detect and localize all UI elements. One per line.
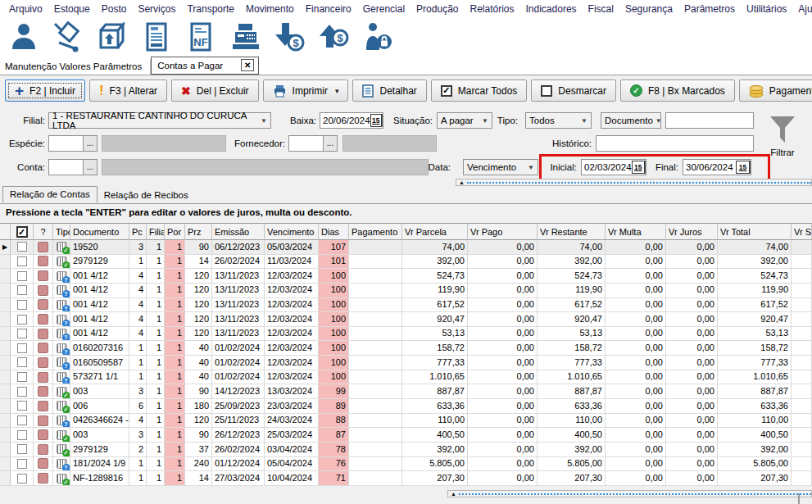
row-select-cell[interactable] <box>11 384 34 399</box>
marcar-todos-button[interactable]: ✓ Marcar Todos <box>431 79 527 102</box>
table-row[interactable]: ? 001 4/12 4 1 1 120 13/11/2023 12/03/20… <box>0 298 812 313</box>
header-prz[interactable]: Prz <box>185 224 212 240</box>
horizontal-splitter-bottom[interactable]: ▲ <box>447 490 812 497</box>
imprimir-button[interactable]: Imprimir ▾ <box>263 79 349 102</box>
table-row[interactable]: ✓ 003 3 1 1 90 26/12/2023 25/03/2024 87 … <box>0 428 812 443</box>
row-select-cell[interactable] <box>11 269 34 284</box>
user-lock-icon[interactable] <box>361 20 395 53</box>
row-checkbox[interactable] <box>17 415 27 425</box>
row-checkbox[interactable] <box>17 357 27 367</box>
table-row[interactable]: ▶ ✓ 19520 3 1 1 90 06/12/2023 05/03/2024… <box>0 240 812 255</box>
row-select-cell[interactable] <box>11 356 34 370</box>
package-icon[interactable] <box>95 20 129 53</box>
close-tab-icon[interactable]: ✕ <box>241 59 254 71</box>
row-checkbox[interactable] <box>17 242 27 252</box>
menu-item[interactable]: Parâmetros <box>678 2 741 16</box>
menu-item[interactable]: Arquivo <box>3 2 48 16</box>
alterar-button[interactable]: ! F3 | Alterar <box>89 79 167 102</box>
historico-input[interactable] <box>596 135 754 152</box>
tipo-select[interactable]: Todos▼ <box>525 112 592 129</box>
row-select-cell[interactable] <box>11 312 34 327</box>
baixa-date-field[interactable]: 20/06/202415 <box>320 112 383 129</box>
header-vr-multa[interactable]: Vr Multa <box>606 224 666 240</box>
header-select-all[interactable]: ✓ <box>11 224 34 240</box>
header-vr-juros[interactable]: Vr Juros <box>666 224 718 240</box>
row-checkbox[interactable] <box>17 372 27 382</box>
row-select-cell[interactable] <box>11 399 34 414</box>
header-status[interactable]: ? <box>34 224 53 240</box>
incluir-button[interactable]: + F2 | Incluir <box>5 79 85 102</box>
row-checkbox[interactable] <box>17 300 27 310</box>
table-row[interactable]: ? 0160207316 1 1 1 40 01/02/2024 12/03/2… <box>0 341 812 356</box>
header-vencimento[interactable]: Vencimento <box>265 224 319 240</box>
table-row[interactable]: ? 0160509587 1 1 1 40 01/02/2024 12/03/2… <box>0 356 812 370</box>
ellipsis-button[interactable]: ... <box>84 159 98 175</box>
tab-relacao-de-contas[interactable]: Relação de Contas <box>2 186 98 203</box>
header-emissao[interactable]: Emissão <box>212 224 265 240</box>
cash-register-icon[interactable] <box>228 20 262 53</box>
menu-item[interactable]: Ajuda <box>792 2 812 16</box>
menu-item[interactable]: Estoque <box>48 2 96 16</box>
invoice-icon[interactable] <box>139 20 174 53</box>
tab-contas-a-pagar[interactable]: Contas a Pagar ✕ <box>151 57 259 75</box>
menu-item[interactable]: Serviços <box>132 2 181 16</box>
table-row[interactable]: ? 001 4/12 4 1 1 120 13/11/2023 12/03/20… <box>0 312 812 327</box>
menu-item[interactable]: Financeiro <box>300 2 357 16</box>
row-checkbox[interactable] <box>17 271 27 281</box>
tab-manutencao-valores[interactable]: Manutenção Valores Parâmetros <box>0 59 151 75</box>
payable-down-dollar-icon[interactable]: $ <box>272 20 306 53</box>
row-select-cell[interactable] <box>11 298 34 313</box>
row-checkbox[interactable] <box>17 285 27 295</box>
detalhar-button[interactable]: Detalhar <box>352 79 426 102</box>
row-select-cell[interactable] <box>11 428 34 443</box>
row-select-cell[interactable] <box>11 327 34 342</box>
calendar-icon[interactable]: 15 <box>632 161 645 174</box>
menu-item[interactable]: Produção <box>411 2 464 16</box>
row-checkbox[interactable] <box>17 257 27 266</box>
situacao-select[interactable]: A pagar▼ <box>437 112 492 129</box>
header-por[interactable]: Por <box>165 224 185 240</box>
menu-item[interactable]: Utilitários <box>741 2 792 16</box>
row-select-cell[interactable] <box>11 370 34 385</box>
header-tipo[interactable]: Tipo <box>53 224 70 240</box>
table-row[interactable]: ? 001 4/12 4 1 1 120 13/11/2023 12/03/20… <box>0 269 812 284</box>
row-checkbox[interactable] <box>17 315 27 325</box>
table-row[interactable]: ✓ 2979129 2 1 1 37 26/02/2024 03/04/2024… <box>0 443 812 457</box>
menu-item[interactable]: Segurança <box>619 2 678 16</box>
final-date-field[interactable]: 30/06/202415 <box>683 159 751 175</box>
data-tipo-select[interactable]: Vencimento▼ <box>463 159 538 175</box>
conta-input[interactable] <box>48 159 84 175</box>
tab-relacao-de-recibos[interactable]: Relação de Recibos <box>98 188 195 203</box>
pagamentos-button[interactable]: Pagamentos <box>739 79 812 102</box>
header-vr-se[interactable]: Vr Se <box>792 224 812 240</box>
especie-input[interactable] <box>48 135 84 152</box>
row-select-cell[interactable] <box>11 284 34 298</box>
documento-search-input[interactable] <box>665 112 754 129</box>
select-all-checkbox-icon[interactable]: ✓ <box>16 226 28 238</box>
row-checkbox[interactable] <box>17 387 27 397</box>
menu-item[interactable]: Transporte <box>181 2 240 16</box>
header-pagamento[interactable]: Pagamento <box>349 224 402 240</box>
table-row[interactable]: ✓ NF-1289816 1 1 1 14 27/03/2024 10/04/2… <box>0 471 812 486</box>
header-vr-total[interactable]: Vr Total <box>718 224 792 240</box>
header-vr-pago[interactable]: Vr Pago <box>468 224 538 240</box>
excluir-button[interactable]: ✖ Del | Excluir <box>171 79 259 102</box>
menu-item[interactable]: Indicadores <box>520 2 583 16</box>
row-checkbox[interactable] <box>17 329 27 338</box>
table-row[interactable]: ✓ 006 6 1 1 180 25/09/2023 23/03/2024 89… <box>0 399 812 414</box>
table-row[interactable]: ? 181/2024 1/9 1 1 1 240 01/12/2024 05/0… <box>0 457 812 472</box>
nf-document-icon[interactable]: NF <box>184 20 218 53</box>
table-row[interactable]: ? 001 4/12 4 1 1 120 13/11/2023 12/03/20… <box>0 327 812 342</box>
row-select-cell[interactable] <box>11 414 34 429</box>
row-checkbox[interactable] <box>17 401 27 411</box>
header-vr-restante[interactable]: Vr Restante <box>538 224 606 240</box>
desmarcar-button[interactable]: Desmarcar <box>531 79 616 102</box>
fornecedor-input[interactable] <box>288 135 324 152</box>
row-checkbox[interactable] <box>17 430 27 440</box>
header-documento[interactable]: Documento <box>70 224 129 240</box>
menu-item[interactable]: Relatórios <box>464 2 519 16</box>
header-filial[interactable]: Filial <box>147 224 165 240</box>
row-checkbox[interactable] <box>17 459 27 469</box>
header-pc[interactable]: Pc <box>129 224 147 240</box>
menu-item[interactable]: Gerencial <box>357 2 411 16</box>
